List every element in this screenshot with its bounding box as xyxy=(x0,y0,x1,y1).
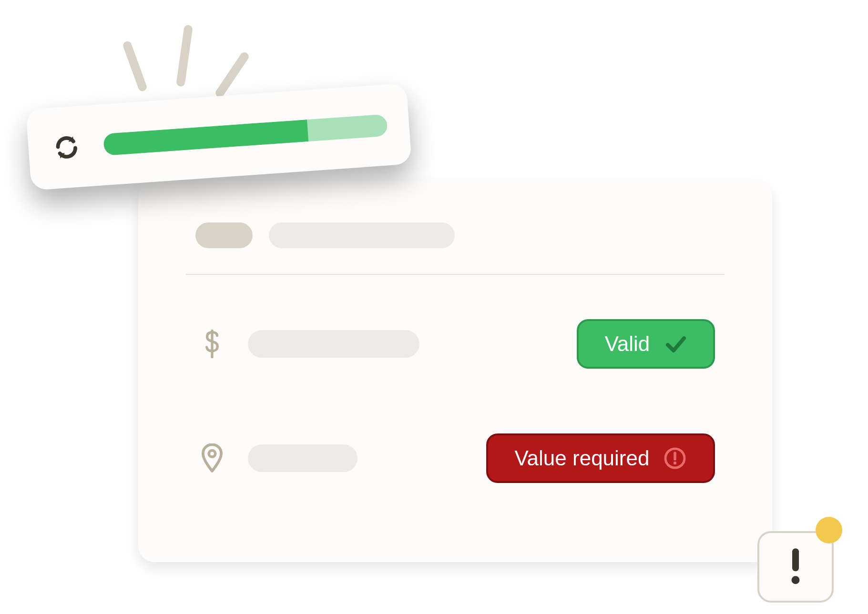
notification-dot-icon xyxy=(816,517,842,544)
amount-field[interactable] xyxy=(248,330,419,358)
check-icon xyxy=(664,332,687,355)
exclamation-icon xyxy=(787,547,804,587)
error-badge: Value required xyxy=(486,433,715,483)
map-pin-icon xyxy=(195,443,229,473)
form-card: Valid Value required xyxy=(138,181,772,562)
divider xyxy=(186,274,725,275)
svg-rect-4 xyxy=(792,548,799,571)
header-placeholder-large xyxy=(269,222,455,248)
header-placeholder-small xyxy=(195,222,253,248)
error-badge-label: Value required xyxy=(515,448,650,469)
alert-circle-icon xyxy=(664,447,686,470)
emphasis-line-icon xyxy=(214,50,250,99)
svg-point-3 xyxy=(674,462,676,464)
svg-point-5 xyxy=(792,576,800,584)
progress-fill xyxy=(103,120,308,156)
valid-badge: Valid xyxy=(577,319,715,369)
progress-bar xyxy=(103,114,388,155)
dollar-icon xyxy=(195,330,229,358)
card-header xyxy=(195,219,715,252)
form-row-amount: Valid xyxy=(195,319,715,369)
valid-badge-label: Valid xyxy=(605,333,650,354)
form-row-location: Value required xyxy=(195,433,715,483)
svg-point-0 xyxy=(209,451,215,457)
refresh-icon xyxy=(50,130,84,165)
location-field[interactable] xyxy=(248,444,357,472)
emphasis-line-icon xyxy=(176,24,193,87)
emphasis-line-icon xyxy=(122,40,148,92)
progress-card xyxy=(26,83,412,190)
